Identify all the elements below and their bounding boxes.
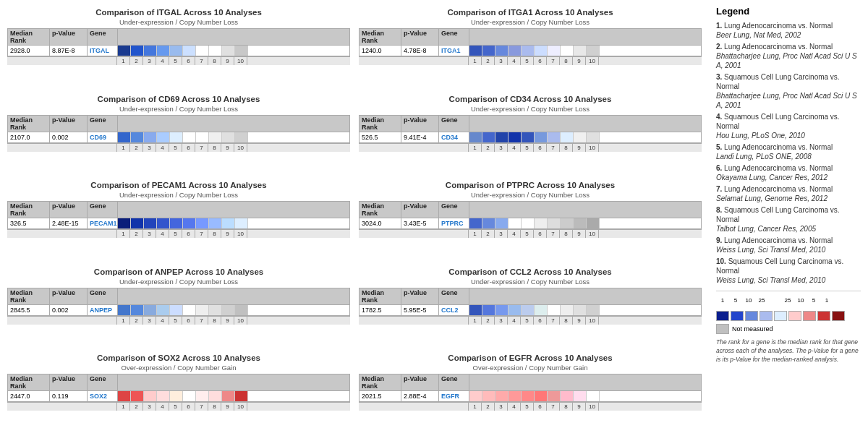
legend-item-num: 2.: [716, 43, 722, 51]
table-area: Median Rankp-ValueGene3024.03.43E-5PTPRC…: [359, 201, 702, 238]
legend-item-6: 6. Lung Adenocarcinoma vs. NormalOkayama…: [716, 163, 861, 182]
legend-divider: [716, 291, 861, 291]
heatmap-number-label: 8: [208, 144, 221, 152]
heatmap-number-label: 6: [182, 144, 195, 152]
heatmap-number-label: 2: [130, 317, 143, 325]
header-median: Median Rank: [8, 116, 50, 132]
heatmap-cell-7: [196, 305, 209, 315]
heatmap-cell-10: [235, 391, 248, 401]
heatmap-number-label: 2: [482, 57, 495, 65]
heatmap-number-label: 2: [482, 144, 495, 152]
heatmap-cell-6: [535, 46, 548, 56]
heatmap-cell-9: [574, 391, 587, 401]
scale-color-cell-5: [788, 311, 801, 321]
table-data-row: 1782.55.95E-5CCL2: [359, 305, 702, 316]
legend-item-italic: Beer Lung, Nat Med, 2002: [716, 31, 801, 39]
heatmap-number-row: 12345678910: [7, 229, 350, 238]
table-data-row: 526.59.41E-4CD34: [359, 132, 702, 143]
gene-value: ITGA1: [439, 46, 469, 56]
heatmap-number-label: 3: [143, 317, 156, 325]
table-area: Median Rankp-ValueGene1240.04.78E-8ITGA1…: [359, 28, 702, 65]
median-value: 1782.5: [359, 305, 401, 315]
panel-subtitle: Over-expression / Copy Number Gain: [122, 364, 237, 372]
heatmap-number-label: 1: [469, 57, 482, 65]
pvalue-value: 4.78E-8: [401, 46, 439, 56]
legend-item-8: 8. Squamous Cell Lung Carcinoma vs. Norm…: [716, 205, 861, 234]
legend-item-italic: Weiss Lung, Sci Transl Med, 2010: [716, 246, 825, 254]
heatmap-cell-7: [548, 391, 561, 401]
scale-color-cell-1: [731, 311, 744, 321]
heatmap-cell-3: [495, 391, 509, 401]
panel-row-1: Comparison of CD69 Across 10 AnalysesUnd…: [3, 91, 706, 178]
pvalue-value: 0.002: [50, 132, 88, 142]
table-area: Median Rankp-ValueGene2928.08.87E-8ITGAL…: [7, 28, 350, 65]
table-area: Median Rankp-ValueGene526.59.41E-4CD3412…: [359, 115, 702, 152]
heatmap-cell-2: [131, 391, 144, 401]
scale-color-cell-4: [774, 311, 787, 321]
panel-title: Comparison of ANPEP Across 10 Analyses: [94, 267, 263, 278]
panel-0-0: Comparison of ITGAL Across 10 AnalysesUn…: [3, 4, 354, 91]
legend-item-italic: Bhattacharjee Lung, Proc Natl Acad Sci U…: [716, 52, 857, 69]
heatmap-number-row: 12345678910: [7, 402, 350, 411]
heatmap-number-label: 9: [221, 317, 234, 325]
legend-item-10: 10. Squamous Cell Lung Carcinoma vs. Nor…: [716, 257, 861, 285]
heatmap-cell-10: [587, 305, 600, 315]
legend-panel: Legend 1. Lung Adenocarcinoma vs. Normal…: [709, 0, 868, 441]
heatmap-cell-6: [535, 305, 548, 315]
table-data-row: 2928.08.87E-8ITGAL: [7, 46, 350, 56]
heatmap-cell-1: [469, 391, 482, 401]
pvalue-value: 0.119: [50, 391, 88, 401]
scale-color-cell-2: [745, 311, 758, 321]
legend-item-num: 3.: [716, 73, 722, 81]
median-value: 2021.5: [359, 391, 401, 401]
heatmap-number-label: 3: [495, 144, 508, 152]
heatmap-number-label: 10: [234, 317, 247, 325]
panel-row-3: Comparison of ANPEP Across 10 AnalysesUn…: [3, 264, 706, 351]
heatmap-number-label: 2: [482, 317, 495, 325]
panel-row-4: Comparison of SOX2 Across 10 AnalysesOve…: [3, 350, 706, 437]
heatmap-cell-4: [157, 305, 170, 315]
panel-subtitle: Under-expression / Copy Number Loss: [471, 18, 590, 26]
header-gene: Gene: [88, 29, 118, 45]
gene-value: PTPRC: [439, 218, 469, 228]
heatmap-number-label: 6: [182, 57, 195, 65]
heatmap-cell-3: [495, 132, 509, 142]
heatmap-number-label: 1: [469, 144, 482, 152]
heatmap-number-row: 12345678910: [359, 143, 702, 152]
heatmap-number-label: 4: [508, 403, 521, 411]
heatmap-number-label: 6: [534, 144, 547, 152]
heatmap-cell-3: [144, 218, 157, 228]
heatmap-cell-6: [183, 46, 196, 56]
heatmap-cell-5: [170, 218, 183, 228]
heatmap-cell-7: [548, 132, 561, 142]
heatmap-cell-6: [535, 132, 548, 142]
heatmap-cell-9: [222, 132, 235, 142]
heatmap-cell-9: [574, 305, 587, 315]
header-gene: Gene: [439, 288, 469, 304]
header-gene: Gene: [439, 116, 469, 132]
heatmap-number-row: 12345678910: [7, 56, 350, 65]
heatmap-cell-4: [509, 46, 522, 56]
heatmap-cell-8: [209, 391, 222, 401]
scale-color-cell-0: [716, 311, 729, 321]
heatmap-number-label: 7: [547, 317, 560, 325]
heatmap-number-label: 9: [573, 57, 586, 65]
scale-label-8: 1: [820, 297, 833, 304]
heatmap-cell-7: [196, 132, 209, 142]
heatmap-number-label: 4: [508, 144, 521, 152]
heatmap-cell-8: [209, 305, 222, 315]
heatmap-number-label: 4: [156, 144, 169, 152]
pvalue-value: 0.002: [50, 305, 88, 315]
header-pvalue: p-Value: [401, 116, 439, 132]
heatmap-cell-8: [561, 391, 574, 401]
panel-subtitle: Under-expression / Copy Number Loss: [471, 278, 590, 286]
scale-color-cell-7: [817, 311, 830, 321]
heatmap-cell-7: [196, 391, 209, 401]
legend-items: 1. Lung Adenocarcinoma vs. NormalBeer Lu…: [716, 21, 861, 285]
heatmap-cell-7: [548, 46, 561, 56]
heatmap-number-label: 9: [573, 230, 586, 238]
scale-label-4: [768, 297, 781, 304]
heatmap-cell-10: [587, 218, 600, 228]
heatmap-cell-8: [561, 132, 574, 142]
median-value: 326.5: [8, 218, 50, 228]
